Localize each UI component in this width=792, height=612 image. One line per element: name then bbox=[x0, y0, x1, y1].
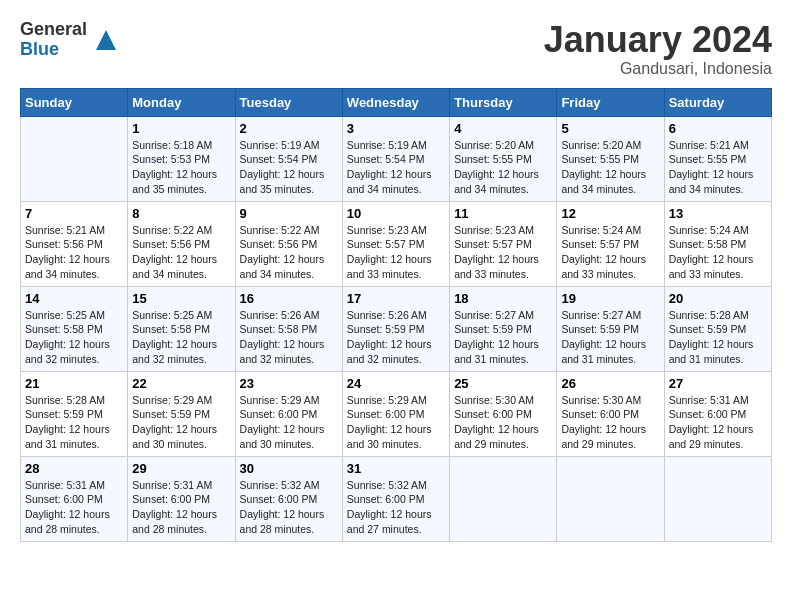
day-number: 21 bbox=[25, 376, 123, 391]
cell-info: Sunrise: 5:27 AM Sunset: 5:59 PM Dayligh… bbox=[454, 308, 552, 367]
day-number: 17 bbox=[347, 291, 445, 306]
calendar-cell bbox=[450, 456, 557, 541]
day-number: 29 bbox=[132, 461, 230, 476]
cell-info: Sunrise: 5:28 AM Sunset: 5:59 PM Dayligh… bbox=[25, 393, 123, 452]
cell-info: Sunrise: 5:28 AM Sunset: 5:59 PM Dayligh… bbox=[669, 308, 767, 367]
logo-general-text: General bbox=[20, 20, 87, 40]
cell-info: Sunrise: 5:30 AM Sunset: 6:00 PM Dayligh… bbox=[561, 393, 659, 452]
cell-info: Sunrise: 5:29 AM Sunset: 6:00 PM Dayligh… bbox=[347, 393, 445, 452]
calendar-cell bbox=[664, 456, 771, 541]
page-header: General Blue January 2024 Gandusari, Ind… bbox=[20, 20, 772, 78]
day-number: 3 bbox=[347, 121, 445, 136]
cell-info: Sunrise: 5:26 AM Sunset: 5:59 PM Dayligh… bbox=[347, 308, 445, 367]
calendar-cell: 15Sunrise: 5:25 AM Sunset: 5:58 PM Dayli… bbox=[128, 286, 235, 371]
calendar-cell: 7Sunrise: 5:21 AM Sunset: 5:56 PM Daylig… bbox=[21, 201, 128, 286]
calendar-cell: 17Sunrise: 5:26 AM Sunset: 5:59 PM Dayli… bbox=[342, 286, 449, 371]
calendar-table: SundayMondayTuesdayWednesdayThursdayFrid… bbox=[20, 88, 772, 542]
svg-marker-0 bbox=[96, 30, 116, 50]
cell-info: Sunrise: 5:22 AM Sunset: 5:56 PM Dayligh… bbox=[240, 223, 338, 282]
day-number: 28 bbox=[25, 461, 123, 476]
weekday-header-wednesday: Wednesday bbox=[342, 88, 449, 116]
month-title: January 2024 bbox=[544, 20, 772, 60]
day-number: 4 bbox=[454, 121, 552, 136]
calendar-cell: 19Sunrise: 5:27 AM Sunset: 5:59 PM Dayli… bbox=[557, 286, 664, 371]
cell-info: Sunrise: 5:29 AM Sunset: 6:00 PM Dayligh… bbox=[240, 393, 338, 452]
calendar-cell: 20Sunrise: 5:28 AM Sunset: 5:59 PM Dayli… bbox=[664, 286, 771, 371]
calendar-cell: 26Sunrise: 5:30 AM Sunset: 6:00 PM Dayli… bbox=[557, 371, 664, 456]
day-number: 6 bbox=[669, 121, 767, 136]
logo: General Blue bbox=[20, 20, 121, 60]
calendar-cell: 1Sunrise: 5:18 AM Sunset: 5:53 PM Daylig… bbox=[128, 116, 235, 201]
calendar-cell: 12Sunrise: 5:24 AM Sunset: 5:57 PM Dayli… bbox=[557, 201, 664, 286]
day-number: 18 bbox=[454, 291, 552, 306]
cell-info: Sunrise: 5:23 AM Sunset: 5:57 PM Dayligh… bbox=[454, 223, 552, 282]
calendar-cell: 28Sunrise: 5:31 AM Sunset: 6:00 PM Dayli… bbox=[21, 456, 128, 541]
day-number: 14 bbox=[25, 291, 123, 306]
calendar-cell: 25Sunrise: 5:30 AM Sunset: 6:00 PM Dayli… bbox=[450, 371, 557, 456]
calendar-cell: 2Sunrise: 5:19 AM Sunset: 5:54 PM Daylig… bbox=[235, 116, 342, 201]
cell-info: Sunrise: 5:25 AM Sunset: 5:58 PM Dayligh… bbox=[132, 308, 230, 367]
calendar-cell: 29Sunrise: 5:31 AM Sunset: 6:00 PM Dayli… bbox=[128, 456, 235, 541]
calendar-cell: 31Sunrise: 5:32 AM Sunset: 6:00 PM Dayli… bbox=[342, 456, 449, 541]
calendar-cell: 18Sunrise: 5:27 AM Sunset: 5:59 PM Dayli… bbox=[450, 286, 557, 371]
location-subtitle: Gandusari, Indonesia bbox=[544, 60, 772, 78]
day-number: 9 bbox=[240, 206, 338, 221]
cell-info: Sunrise: 5:30 AM Sunset: 6:00 PM Dayligh… bbox=[454, 393, 552, 452]
day-number: 30 bbox=[240, 461, 338, 476]
logo-icon bbox=[91, 25, 121, 55]
day-number: 13 bbox=[669, 206, 767, 221]
cell-info: Sunrise: 5:25 AM Sunset: 5:58 PM Dayligh… bbox=[25, 308, 123, 367]
cell-info: Sunrise: 5:20 AM Sunset: 5:55 PM Dayligh… bbox=[561, 138, 659, 197]
calendar-week-row: 7Sunrise: 5:21 AM Sunset: 5:56 PM Daylig… bbox=[21, 201, 772, 286]
weekday-header-tuesday: Tuesday bbox=[235, 88, 342, 116]
cell-info: Sunrise: 5:31 AM Sunset: 6:00 PM Dayligh… bbox=[669, 393, 767, 452]
day-number: 23 bbox=[240, 376, 338, 391]
calendar-cell: 3Sunrise: 5:19 AM Sunset: 5:54 PM Daylig… bbox=[342, 116, 449, 201]
calendar-cell: 5Sunrise: 5:20 AM Sunset: 5:55 PM Daylig… bbox=[557, 116, 664, 201]
cell-info: Sunrise: 5:32 AM Sunset: 6:00 PM Dayligh… bbox=[347, 478, 445, 537]
day-number: 2 bbox=[240, 121, 338, 136]
calendar-cell: 8Sunrise: 5:22 AM Sunset: 5:56 PM Daylig… bbox=[128, 201, 235, 286]
cell-info: Sunrise: 5:18 AM Sunset: 5:53 PM Dayligh… bbox=[132, 138, 230, 197]
cell-info: Sunrise: 5:27 AM Sunset: 5:59 PM Dayligh… bbox=[561, 308, 659, 367]
calendar-cell: 22Sunrise: 5:29 AM Sunset: 5:59 PM Dayli… bbox=[128, 371, 235, 456]
cell-info: Sunrise: 5:19 AM Sunset: 5:54 PM Dayligh… bbox=[240, 138, 338, 197]
cell-info: Sunrise: 5:21 AM Sunset: 5:56 PM Dayligh… bbox=[25, 223, 123, 282]
weekday-header-sunday: Sunday bbox=[21, 88, 128, 116]
calendar-cell: 10Sunrise: 5:23 AM Sunset: 5:57 PM Dayli… bbox=[342, 201, 449, 286]
calendar-cell: 27Sunrise: 5:31 AM Sunset: 6:00 PM Dayli… bbox=[664, 371, 771, 456]
day-number: 24 bbox=[347, 376, 445, 391]
day-number: 1 bbox=[132, 121, 230, 136]
calendar-cell bbox=[557, 456, 664, 541]
calendar-cell: 6Sunrise: 5:21 AM Sunset: 5:55 PM Daylig… bbox=[664, 116, 771, 201]
cell-info: Sunrise: 5:22 AM Sunset: 5:56 PM Dayligh… bbox=[132, 223, 230, 282]
day-number: 27 bbox=[669, 376, 767, 391]
day-number: 16 bbox=[240, 291, 338, 306]
calendar-cell: 30Sunrise: 5:32 AM Sunset: 6:00 PM Dayli… bbox=[235, 456, 342, 541]
calendar-cell: 4Sunrise: 5:20 AM Sunset: 5:55 PM Daylig… bbox=[450, 116, 557, 201]
day-number: 25 bbox=[454, 376, 552, 391]
weekday-header-friday: Friday bbox=[557, 88, 664, 116]
day-number: 22 bbox=[132, 376, 230, 391]
calendar-week-row: 1Sunrise: 5:18 AM Sunset: 5:53 PM Daylig… bbox=[21, 116, 772, 201]
cell-info: Sunrise: 5:24 AM Sunset: 5:57 PM Dayligh… bbox=[561, 223, 659, 282]
cell-info: Sunrise: 5:32 AM Sunset: 6:00 PM Dayligh… bbox=[240, 478, 338, 537]
day-number: 20 bbox=[669, 291, 767, 306]
cell-info: Sunrise: 5:24 AM Sunset: 5:58 PM Dayligh… bbox=[669, 223, 767, 282]
calendar-cell: 14Sunrise: 5:25 AM Sunset: 5:58 PM Dayli… bbox=[21, 286, 128, 371]
weekday-header-thursday: Thursday bbox=[450, 88, 557, 116]
cell-info: Sunrise: 5:31 AM Sunset: 6:00 PM Dayligh… bbox=[25, 478, 123, 537]
cell-info: Sunrise: 5:26 AM Sunset: 5:58 PM Dayligh… bbox=[240, 308, 338, 367]
day-number: 19 bbox=[561, 291, 659, 306]
calendar-cell: 23Sunrise: 5:29 AM Sunset: 6:00 PM Dayli… bbox=[235, 371, 342, 456]
calendar-cell: 24Sunrise: 5:29 AM Sunset: 6:00 PM Dayli… bbox=[342, 371, 449, 456]
logo-blue-text: Blue bbox=[20, 40, 87, 60]
calendar-cell bbox=[21, 116, 128, 201]
calendar-cell: 13Sunrise: 5:24 AM Sunset: 5:58 PM Dayli… bbox=[664, 201, 771, 286]
calendar-week-row: 21Sunrise: 5:28 AM Sunset: 5:59 PM Dayli… bbox=[21, 371, 772, 456]
day-number: 5 bbox=[561, 121, 659, 136]
cell-info: Sunrise: 5:21 AM Sunset: 5:55 PM Dayligh… bbox=[669, 138, 767, 197]
cell-info: Sunrise: 5:31 AM Sunset: 6:00 PM Dayligh… bbox=[132, 478, 230, 537]
calendar-week-row: 14Sunrise: 5:25 AM Sunset: 5:58 PM Dayli… bbox=[21, 286, 772, 371]
calendar-cell: 21Sunrise: 5:28 AM Sunset: 5:59 PM Dayli… bbox=[21, 371, 128, 456]
